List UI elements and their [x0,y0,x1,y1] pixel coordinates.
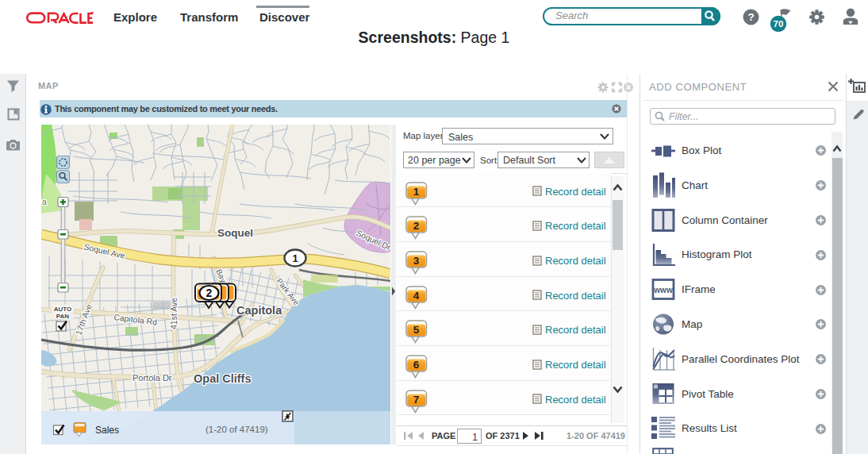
svg-text:7: 7 [413,394,420,406]
svg-text:Portola Dr: Portola Dr [133,373,172,383]
svg-text:2: 2 [413,220,420,232]
svg-text:1: 1 [292,252,298,264]
svg-text:1: 1 [413,185,420,197]
svg-text:Opal Cliffs: Opal Cliffs [194,372,252,385]
svg-text:Sales: Sales [95,425,119,436]
svg-text:(1-20 of 47419): (1-20 of 47419) [205,425,268,434]
svg-text:6: 6 [413,359,420,371]
svg-text:?: ? [747,11,754,23]
svg-text:41st Ave: 41st Ave [169,298,179,329]
svg-text:Soquel: Soquel [217,227,253,239]
svg-text:70: 70 [774,19,784,29]
svg-text:PAN: PAN [56,313,70,320]
svg-text:www: www [653,286,673,294]
svg-text:3: 3 [413,255,420,267]
svg-text:AUTO: AUTO [54,306,72,313]
svg-text:5: 5 [413,324,420,336]
svg-text:a: a [42,198,47,206]
svg-text:Capitola: Capitola [236,304,282,317]
svg-text:2: 2 [206,287,213,299]
svg-text:4: 4 [413,289,420,301]
